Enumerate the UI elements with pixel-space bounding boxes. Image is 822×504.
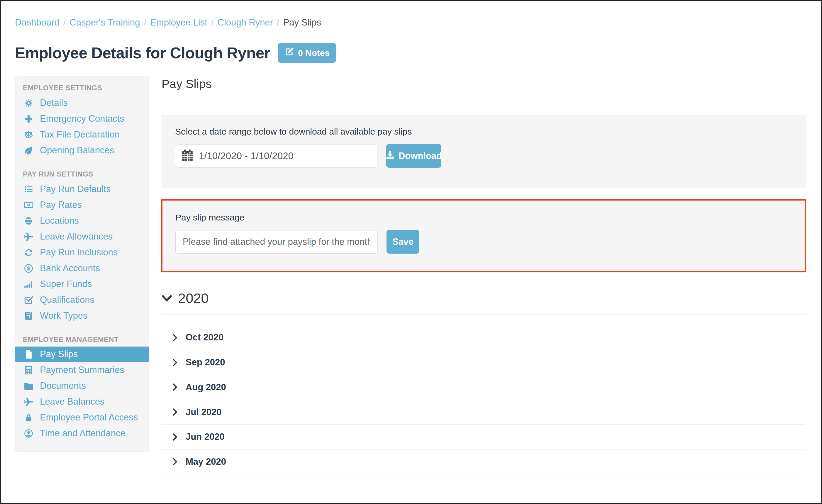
download-payslips-panel: Select a date range below to download al… <box>161 115 806 188</box>
sidebar-item-label: Pay Slips <box>40 349 78 360</box>
month-row-sep-2020[interactable]: Sep 2020 <box>161 350 806 375</box>
sidebar-section-header-employee-management: EMPLOYEE MANAGEMENT <box>23 336 149 344</box>
file-icon <box>23 350 34 359</box>
chevron-right-icon <box>171 458 179 466</box>
globe-icon <box>23 216 34 226</box>
sidebar-item-label: Pay Run Defaults <box>40 184 110 194</box>
payslip-message-label: Pay slip message <box>175 212 792 223</box>
sidebar-item-documents[interactable]: Documents <box>15 378 149 394</box>
sidebar-item-label: Payment Summaries <box>40 365 124 375</box>
download-icon <box>386 150 394 161</box>
sidebar-item-label: Leave Allowances <box>40 231 113 242</box>
notes-badge-button[interactable]: 0 Notes <box>278 43 336 63</box>
section-divider <box>161 103 806 103</box>
leaf-icon <box>23 146 34 155</box>
sidebar-section-header-employee-settings: EMPLOYEE SETTINGS <box>23 84 149 92</box>
month-row-jun-2020[interactable]: Jun 2020 <box>161 424 806 449</box>
chevron-down-icon <box>161 293 172 304</box>
sidebar-item-tax-file-declaration[interactable]: Tax File Declaration <box>15 127 149 142</box>
svg-text:1: 1 <box>28 204 29 206</box>
payslip-message-panel: Pay slip message Save <box>161 199 806 273</box>
breadcrumb-separator: / <box>211 17 214 28</box>
sidebar-item-leave-allowances[interactable]: Leave Allowances <box>15 229 149 244</box>
breadcrumb-link-clough-ryner[interactable]: Clough Ryner <box>218 17 273 28</box>
month-label: May 2020 <box>185 457 226 467</box>
sidebar-item-label: Opening Balances <box>40 145 114 156</box>
dollar-circle-icon: $ <box>23 264 34 273</box>
sidebar-item-time-and-attendance[interactable]: Time and Attendance <box>15 425 149 441</box>
sidebar-item-payment-summaries[interactable]: Payment Summaries <box>15 362 149 378</box>
chevron-right-icon <box>171 383 179 391</box>
sidebar-item-details[interactable]: Details <box>15 95 149 111</box>
money-icon: 1 <box>23 200 34 210</box>
breadcrumb-link-employee-list[interactable]: Employee List <box>150 17 207 28</box>
sidebar-item-qualifications[interactable]: Qualifications <box>15 292 149 308</box>
download-button[interactable]: Download <box>386 144 441 168</box>
lock-icon <box>23 413 34 423</box>
breadcrumb-separator: / <box>277 17 280 28</box>
month-label: Jun 2020 <box>185 432 225 442</box>
folder-icon <box>23 381 34 391</box>
sidebar-item-locations[interactable]: Locations <box>15 213 149 229</box>
month-list: Oct 2020Sep 2020Aug 2020Jul 2020Jun 2020… <box>161 325 806 474</box>
sidebar-item-pay-slips[interactable]: Pay Slips <box>15 347 149 362</box>
month-row-may-2020[interactable]: May 2020 <box>161 449 806 474</box>
download-button-label: Download <box>399 151 442 161</box>
sidebar-item-label: Qualifications <box>40 295 94 305</box>
date-range-box[interactable] <box>175 144 377 168</box>
month-row-jul-2020[interactable]: Jul 2020 <box>161 400 806 425</box>
download-instruction: Select a date range below to download al… <box>175 126 792 137</box>
calendar-icon <box>182 149 193 162</box>
month-row-oct-2020[interactable]: Oct 2020 <box>161 325 806 350</box>
sidebar-item-super-funds[interactable]: Super Funds <box>15 276 149 292</box>
notes-badge-label: 0 Notes <box>298 48 330 58</box>
sidebar-item-emergency-contacts[interactable]: Emergency Contacts <box>15 111 149 127</box>
sidebar-item-bank-accounts[interactable]: $Bank Accounts <box>15 261 149 276</box>
gear-icon <box>23 98 34 108</box>
user-clock-icon <box>23 429 34 438</box>
list-icon <box>23 184 34 194</box>
sidebar-item-pay-run-inclusions[interactable]: Pay Run Inclusions <box>15 244 149 261</box>
chevron-right-icon <box>171 408 179 416</box>
month-label: Sep 2020 <box>185 357 225 368</box>
chevron-right-icon <box>171 433 179 441</box>
bar-chart-icon <box>23 280 34 289</box>
month-label: Oct 2020 <box>185 332 224 343</box>
breadcrumb-separator: / <box>144 17 147 28</box>
year-accordion-2020[interactable]: 2020 <box>161 290 209 306</box>
payslip-message-input[interactable] <box>182 236 371 247</box>
chevron-right-icon <box>171 359 179 367</box>
date-range-input[interactable] <box>198 150 371 162</box>
sidebar-item-label: Documents <box>40 381 86 391</box>
sidebar-item-leave-balances[interactable]: Leave Balances <box>15 394 149 410</box>
breadcrumb-current: Pay Slips <box>283 17 321 28</box>
page-title: Employee Details for Clough Ryner <box>15 44 270 62</box>
save-button[interactable]: Save <box>387 230 419 254</box>
year-divider <box>161 314 806 315</box>
breadcrumb-link-casper-s-training[interactable]: Casper's Training <box>69 17 140 28</box>
sidebar-item-label: Work Types <box>40 311 88 321</box>
payslip-message-box <box>175 230 378 254</box>
section-title: Pay Slips <box>161 77 212 91</box>
plane-icon <box>23 232 34 241</box>
svg-text:$: $ <box>27 265 30 272</box>
month-label: Jul 2020 <box>185 407 222 418</box>
sidebar-section-header-pay-run-settings: PAY RUN SETTINGS <box>23 170 149 178</box>
sidebar-item-label: Tax File Declaration <box>40 129 120 140</box>
sync-icon <box>23 248 34 258</box>
sidebar-item-label: Bank Accounts <box>40 263 100 274</box>
save-button-label: Save <box>392 236 413 247</box>
year-label: 2020 <box>178 290 209 306</box>
sidebar-item-label: Time and Attendance <box>40 428 125 439</box>
edit-icon <box>284 47 294 59</box>
plus-icon <box>23 114 34 124</box>
sidebar-item-pay-rates[interactable]: 1Pay Rates <box>15 197 149 213</box>
sidebar-item-work-types[interactable]: Work Types <box>15 308 149 324</box>
breadcrumb-link-dashboard[interactable]: Dashboard <box>15 17 59 28</box>
check-square-icon <box>23 295 34 305</box>
sidebar-item-opening-balances[interactable]: Opening Balances <box>15 142 149 158</box>
sidebar-item-employee-portal-access[interactable]: Employee Portal Access <box>15 410 149 425</box>
sidebar-item-pay-run-defaults[interactable]: Pay Run Defaults <box>15 181 149 197</box>
calculator-icon <box>23 365 34 375</box>
month-row-aug-2020[interactable]: Aug 2020 <box>161 375 806 400</box>
